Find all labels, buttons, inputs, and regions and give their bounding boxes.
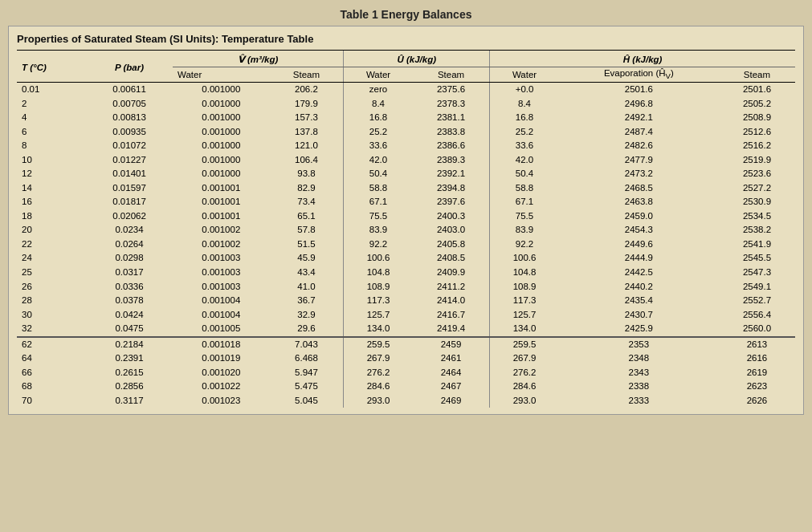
table-cell: 117.3 [344, 294, 413, 308]
table-row: 680.28560.0010225.475284.62467284.623382… [17, 380, 795, 394]
subh-u-water: Water [344, 67, 413, 83]
table-cell: 125.7 [344, 308, 413, 323]
table-cell: 2403.0 [413, 223, 490, 238]
table-cell: 284.6 [344, 380, 413, 394]
table-cell: 2353 [559, 337, 719, 352]
table-cell: 0.001003 [173, 266, 270, 280]
table-cell: 26 [17, 280, 86, 294]
table-cell: 134.0 [490, 322, 559, 337]
table-cell: 2496.8 [559, 97, 719, 112]
table-cell: 58.8 [344, 181, 413, 196]
table-cell: 2556.4 [719, 308, 795, 323]
table-cell: 25 [17, 266, 86, 280]
table-cell: 16 [17, 195, 86, 209]
table-row: 280.03780.00100436.7117.32414.0117.32435… [17, 294, 795, 308]
table-row: 0.010.006110.001000206.2zero2375.6+0.025… [17, 83, 795, 97]
table-cell: zero [344, 83, 413, 97]
table-cell: 93.8 [270, 167, 344, 181]
table-cell: 0.01597 [86, 181, 173, 196]
table-cell: 6.468 [270, 351, 344, 366]
table-cell: 62 [17, 337, 86, 352]
table-cell: 0.001004 [173, 308, 270, 323]
table-cell: 2463.8 [559, 195, 719, 209]
table-cell: 2444.9 [559, 251, 719, 266]
table-cell: 2459.0 [559, 209, 719, 224]
table-cell: 2477.9 [559, 153, 719, 168]
table-row: 160.018170.00100173.467.12397.667.12463.… [17, 195, 795, 209]
table-cell: 0.0424 [86, 308, 173, 323]
table-cell: 2405.8 [413, 238, 490, 252]
table-row: 140.015970.00100182.958.82394.858.82468.… [17, 181, 795, 196]
table-cell: 104.8 [490, 266, 559, 280]
table-cell: 0.3117 [86, 394, 173, 408]
table-cell: 100.6 [490, 251, 559, 266]
table-cell: 57.8 [270, 223, 344, 238]
table-cell: 43.4 [270, 266, 344, 280]
table-cell: 2508.9 [719, 111, 795, 125]
col-pressure: P (bar) [86, 51, 173, 83]
table-cell: 14 [17, 181, 86, 196]
table-cell: 2619 [719, 366, 795, 380]
group-h: Ĥ (kJ/kg) [490, 51, 795, 67]
table-cell: 22 [17, 238, 86, 252]
table-cell: 104.8 [344, 266, 413, 280]
table-cell: 2400.3 [413, 209, 490, 224]
table-cell: 2389.3 [413, 153, 490, 168]
table-cell: 10 [17, 153, 86, 168]
page-title: Table 1 Energy Balances [8, 8, 804, 21]
table-row: 220.02640.00100251.592.22405.892.22449.6… [17, 238, 795, 252]
table-cell: 2516.2 [719, 139, 795, 153]
table-cell: 2442.5 [559, 266, 719, 280]
table-row: 240.02980.00100345.9100.62408.5100.62444… [17, 251, 795, 266]
table-cell: 6 [17, 125, 86, 140]
table-cell: 0.001004 [173, 294, 270, 308]
table-cell: 0.01 [17, 83, 86, 97]
table-cell: 2541.9 [719, 238, 795, 252]
table-cell: 50.4 [344, 167, 413, 181]
table-cell: 2468.5 [559, 181, 719, 196]
table-cell: 2534.5 [719, 209, 795, 224]
table-row: 300.04240.00100432.9125.72416.7125.72430… [17, 308, 795, 323]
table-cell: 2435.4 [559, 294, 719, 308]
table-cell: 108.9 [344, 280, 413, 294]
table-row: 320.04750.00100529.6134.02419.4134.02425… [17, 322, 795, 337]
table-cell: 2459 [413, 337, 490, 352]
table-cell: +0.0 [490, 83, 559, 97]
subh-u-steam: Steam [413, 67, 490, 83]
table-cell: 92.2 [344, 238, 413, 252]
table-cell: 50.4 [490, 167, 559, 181]
table-cell: 2501.6 [719, 83, 795, 97]
table-cell: 2512.6 [719, 125, 795, 140]
table-cell: 106.4 [270, 153, 344, 168]
table-cell: 2545.5 [719, 251, 795, 266]
table-cell: 73.4 [270, 195, 344, 209]
table-cell: 0.00813 [86, 111, 173, 125]
table-cell: 58.8 [490, 181, 559, 196]
subh-h-steam: Steam [719, 67, 795, 83]
table-cell: 2397.6 [413, 195, 490, 209]
table-cell: 83.9 [490, 223, 559, 238]
table-cell: 92.2 [490, 238, 559, 252]
table-cell: 2464 [413, 366, 490, 380]
table-cell: 32 [17, 322, 86, 337]
table-cell: 8.4 [490, 97, 559, 112]
table-body: 0.010.006110.001000206.2zero2375.6+0.025… [17, 83, 795, 408]
table-cell: 2440.2 [559, 280, 719, 294]
table-cell: 28 [17, 294, 86, 308]
table-cell: 30 [17, 308, 86, 323]
table-cell: 75.5 [344, 209, 413, 224]
table-cell: 2501.6 [559, 83, 719, 97]
group-u: Û (kJ/kg) [344, 51, 490, 67]
table-cell: 0.001003 [173, 251, 270, 266]
table-cell: 0.01817 [86, 195, 173, 209]
table-cell: 2381.1 [413, 111, 490, 125]
group-v: V̂ (m³/kg) [173, 51, 344, 67]
table-cell: 2338 [559, 380, 719, 394]
table-cell: 2394.8 [413, 181, 490, 196]
table-cell: 0.0234 [86, 223, 173, 238]
table-row: 180.020620.00100165.175.52400.375.52459.… [17, 209, 795, 224]
table-cell: 267.9 [344, 351, 413, 366]
table-cell: 2392.1 [413, 167, 490, 181]
table-cell: 0.00705 [86, 97, 173, 112]
table-cell: 206.2 [270, 83, 344, 97]
